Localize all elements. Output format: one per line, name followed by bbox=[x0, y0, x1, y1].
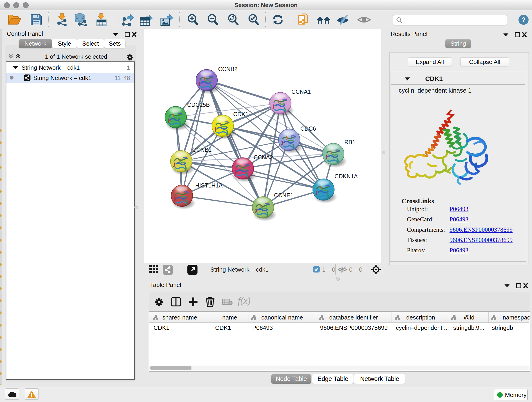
svg-text:CDC25B: CDC25B bbox=[187, 102, 210, 108]
svg-text:CDK1: CDK1 bbox=[233, 111, 249, 117]
svg-text:RB1: RB1 bbox=[344, 139, 355, 145]
svg-text:CCNA2: CCNA2 bbox=[254, 154, 273, 160]
svg-text:CCNB1: CCNB1 bbox=[192, 147, 212, 153]
svg-text:CCNA1: CCNA1 bbox=[291, 89, 311, 95]
svg-text:HIST1H1A: HIST1H1A bbox=[195, 182, 223, 189]
svg-text:?: ? bbox=[521, 16, 526, 23]
svg-text:CCNE1: CCNE1 bbox=[274, 192, 293, 198]
svg-text:CDC6: CDC6 bbox=[300, 125, 316, 132]
svg-text:CDKN1A: CDKN1A bbox=[335, 173, 358, 179]
svg-text:CCNB2: CCNB2 bbox=[218, 66, 238, 72]
